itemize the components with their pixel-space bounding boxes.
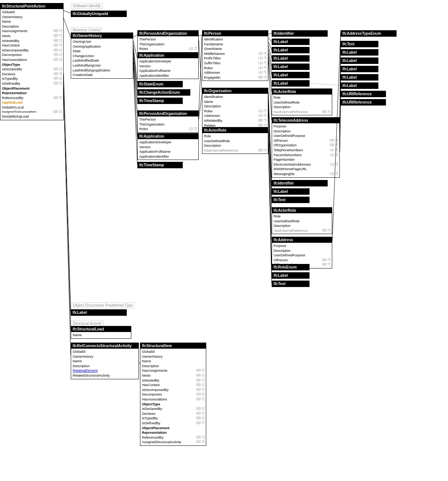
svg-line-23 <box>268 95 272 191</box>
header-IfcOwnerHistory: IfcOwnerHistory <box>71 33 133 39</box>
svg-line-7 <box>133 56 137 113</box>
box-IfcLabel2: IfcLabel <box>272 47 310 53</box>
svg-line-5 <box>133 48 137 92</box>
box-IfcText1: IfcText <box>272 197 310 203</box>
svg-line-42 <box>64 90 71 355</box>
svg-line-17 <box>268 45 272 58</box>
box-IfcPersonAndOrganization2: IfcPersonAndOrganization ThePerson TheOr… <box>137 110 199 133</box>
box-IfcLabel12: IfcLabel <box>341 74 378 81</box>
box-IfcOwnerHistory: IfcOwnerHistory OwningUser OwningApplica… <box>71 33 133 79</box>
svg-line-1 <box>64 18 71 38</box>
svg-line-25 <box>268 103 272 210</box>
header-IfcGloballyUniqueId: IfcGloballyUniqueId <box>71 11 126 17</box>
svg-line-18 <box>268 49 272 67</box>
box-IfcLabel10: IfcLabel <box>341 57 378 64</box>
box-IfcIdentifier1: IfcIdentifier <box>272 30 328 37</box>
box-IfcRoleEnum: IfcRoleEnum <box>272 264 310 270</box>
box-IfcLabel6: IfcLabel <box>272 80 310 87</box>
box-IfcLabel11: IfcLabel <box>341 66 378 72</box>
box-IfcLabel-obj: IfcLabel <box>71 309 127 316</box>
box-IfcLabel8: IfcLabel <box>272 272 310 279</box>
box-IfcTelecomAddress: IfcTelecomAddress Purpose Description Us… <box>272 117 340 178</box>
svg-line-27 <box>268 130 272 267</box>
svg-line-2 <box>133 35 137 37</box>
box-IfcURIReference2: IfcURIReference <box>341 99 386 106</box>
svg-line-26 <box>268 107 272 240</box>
box-header-IfcStructuralPointAction: IfcStructuralPointAction <box>0 3 63 9</box>
svg-line-24 <box>268 99 272 200</box>
box-IfcText2: IfcText <box>272 281 310 287</box>
box-IfcStructuralItem: IfcStructuralItem GlobalId OwnerHistory … <box>140 343 206 446</box>
section-structural-activity: Structural Activity <box>71 321 104 326</box>
box-IfcActorRole2: IfcActorRole Role UserDefinedRole Descri… <box>272 88 332 115</box>
svg-line-14 <box>268 33 272 34</box>
box-IfcURIReference1: IfcURIReference <box>341 91 386 97</box>
svg-line-3 <box>133 41 137 59</box>
box-IfcLabel13: IfcLabel <box>341 82 378 89</box>
svg-line-10 <box>199 35 202 36</box>
box-IfcStateEnum: IfcStateEnum <box>137 81 183 87</box>
box-IfcActorRole1: IfcActorRole Role UserDefinedRole Descri… <box>202 127 268 154</box>
svg-line-29 <box>268 138 272 284</box>
svg-line-40 <box>64 74 71 312</box>
box-IfcStructuralLoad: IfcStructuralLoad Name <box>71 326 131 339</box>
box-IfcText3: IfcText <box>341 41 378 47</box>
box-IfcGloballyUniqueId: IfcGloballyUniqueId <box>71 11 127 17</box>
svg-line-44 <box>310 83 341 85</box>
section-revision-control: Revision Control <box>71 27 102 33</box>
box-IfcLabel1: IfcLabel <box>272 39 310 45</box>
svg-line-8 <box>133 60 137 137</box>
box-IfcLabel9: IfcLabel <box>341 49 378 56</box>
section-object-occurrence: Object Occurrence Predefined Type <box>71 303 135 308</box>
svg-line-38 <box>340 102 341 152</box>
box-IfcActorRole3: IfcActorRole Role UserDefinedRole Descri… <box>272 207 332 234</box>
box-IfcIdentifier2: IfcIdentifier <box>272 180 328 186</box>
diagram-container: Software Identity Revision Control Objec… <box>0 0 448 481</box>
svg-line-11 <box>199 39 202 94</box>
svg-line-12 <box>199 35 202 116</box>
box-IfcTimeStamp1: IfcTimeStamp <box>137 98 183 104</box>
box-IfcApplication2: IfcApplication ApplicationDeveloper Vers… <box>137 133 199 160</box>
svg-line-6 <box>133 52 137 100</box>
box-IfcLabel3: IfcLabel <box>272 55 310 62</box>
box-IfcRelConnectsStructuralActivity: IfcRelConnectsStructuralActivity GlobalI… <box>71 343 139 379</box>
section-software-identity: Software Identity <box>71 3 103 9</box>
box-IfcAddressTypeEnum: IfcAddressTypeEnum <box>341 30 397 37</box>
box-IfcPerson: IfcPerson Identification FamilyName Give… <box>202 30 268 81</box>
svg-line-41 <box>64 83 71 330</box>
box-IfcLabel5: IfcLabel <box>272 72 310 78</box>
svg-line-15 <box>268 38 272 42</box>
svg-line-19 <box>268 53 272 75</box>
svg-line-4 <box>133 45 137 83</box>
box-IfcTimeStamp2: IfcTimeStamp <box>137 162 183 168</box>
box-IfcStructuralPointAction: IfcStructuralPointAction GlobalId OwnerH… <box>0 3 64 120</box>
svg-line-0 <box>64 11 71 13</box>
svg-line-28 <box>268 134 272 275</box>
box-body-IfcStructuralPointAction: GlobalId OwnerHistory Name Description H… <box>0 9 63 120</box>
svg-line-13 <box>199 94 202 119</box>
box-IfcPersonAndOrganization1: IfcPersonAndOrganization ThePerson TheOr… <box>137 30 199 53</box>
svg-line-21 <box>268 61 272 120</box>
body-IfcOwnerHistory: OwningUser OwningApplication State Chang… <box>71 39 133 78</box>
svg-line-9 <box>133 64 137 164</box>
svg-line-20 <box>268 57 272 92</box>
svg-line-22 <box>268 92 272 183</box>
box-IfcApplication1: IfcApplication ApplicationDeveloper Vers… <box>137 52 199 79</box>
svg-line-16 <box>268 42 272 50</box>
box-IfcLabel7: IfcLabel <box>272 188 310 195</box>
box-IfcLabel4: IfcLabel <box>272 64 310 70</box>
box-IfcChangeActionEnum: IfcChangeActionEnum <box>137 89 190 96</box>
